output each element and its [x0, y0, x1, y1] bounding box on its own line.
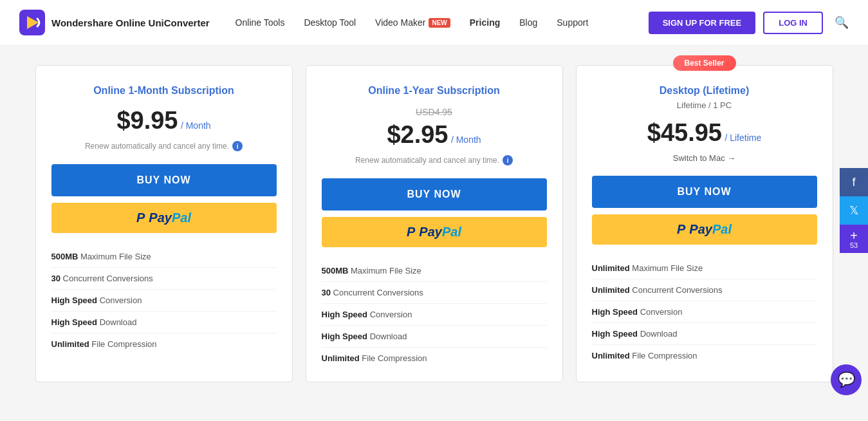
nav-online-tools[interactable]: Online Tools [235, 17, 285, 28]
nav-video-maker[interactable]: Video Maker NEW [375, 17, 450, 28]
price-amount: $45.95 [647, 119, 722, 146]
twitter-share-button[interactable]: 𝕏 [840, 196, 868, 225]
nav-desktop-tool[interactable]: Desktop Tool [304, 17, 356, 28]
logo-icon [19, 10, 45, 35]
info-icon[interactable]: i [503, 155, 513, 165]
info-icon[interactable]: i [232, 141, 243, 151]
share-button[interactable]: + 53 [840, 225, 868, 253]
header: Wondershare Online UniConverter Online T… [0, 0, 868, 46]
feature-item: Unlimited Concurrent Conversions [592, 279, 817, 301]
logo[interactable]: Wondershare Online UniConverter [19, 10, 210, 35]
main-content: Online 1-Month Subscription $9.95 / Mont… [16, 46, 853, 408]
pricing-card-desktop: Best SellerDesktop (Lifetime)Lifetime / … [576, 65, 833, 382]
feature-item: High Speed Conversion [592, 301, 817, 323]
nav-blog[interactable]: Blog [519, 17, 537, 28]
new-badge: NEW [429, 18, 450, 28]
paypal-button[interactable]: P PayPal [322, 217, 547, 247]
switch-mac-link[interactable]: Switch to Mac → [592, 153, 817, 163]
feature-item: 30 Concurrent Conversions [322, 282, 547, 304]
renew-note: Renew automatically and cancel any time.… [51, 141, 277, 151]
main-nav: Online Tools Desktop Tool Video Maker NE… [235, 17, 649, 28]
original-price: USD4.95 [322, 107, 547, 117]
plan-title: Desktop (Lifetime) [592, 85, 817, 97]
feature-item: High Speed Conversion [51, 290, 277, 312]
facebook-share-button[interactable]: f [840, 168, 868, 196]
plan-subtitle: Lifetime / 1 PC [592, 100, 817, 110]
login-button[interactable]: LOG IN [763, 12, 823, 34]
signup-button[interactable]: SIGN UP FOR FREE [649, 12, 756, 34]
pricing-grid: Online 1-Month Subscription $9.95 / Mont… [35, 65, 833, 382]
plan-title: Online 1-Year Subscription [322, 85, 547, 97]
nav-support[interactable]: Support [557, 17, 588, 28]
pricing-card-yearly: Online 1-Year SubscriptionUSD4.95 $2.95 … [306, 65, 563, 382]
logo-text: Wondershare Online UniConverter [51, 17, 210, 28]
price-row: $2.95 / Month [322, 121, 547, 149]
feature-item: High Speed Conversion [322, 304, 547, 326]
price-row: $45.95 / Lifetime [592, 119, 817, 147]
feature-item: Unlimited File Compression [51, 333, 277, 355]
feature-item: High Speed Download [51, 312, 277, 333]
paypal-button[interactable]: P PayPal [51, 203, 277, 233]
feature-item: High Speed Download [322, 326, 547, 348]
search-icon[interactable]: 🔍 [835, 15, 849, 30]
social-sidebar: f 𝕏 + 53 [840, 168, 868, 253]
price-period: / Lifetime [725, 133, 761, 143]
buy-now-button[interactable]: BUY NOW [592, 176, 817, 208]
chat-bubble[interactable]: 💬 [831, 364, 862, 395]
price-row: $9.95 / Month [51, 107, 277, 135]
feature-list: 500MB Maximum File Size 30 Concurrent Co… [322, 260, 547, 369]
price-amount: $2.95 [387, 121, 448, 148]
paypal-button[interactable]: P PayPal [592, 214, 817, 245]
feature-item: High Speed Download [592, 323, 817, 345]
renew-note: Renew automatically and cancel any time.… [322, 155, 547, 165]
feature-item: Unlimited Maximum File Size [592, 257, 817, 279]
feature-list: 500MB Maximum File Size 30 Concurrent Co… [51, 246, 277, 355]
price-period: / Month [181, 120, 211, 131]
feature-item: Unlimited File Compression [322, 348, 547, 369]
buy-now-button[interactable]: BUY NOW [322, 178, 547, 210]
price-period: / Month [451, 135, 481, 145]
nav-pricing[interactable]: Pricing [470, 17, 500, 28]
feature-item: 500MB Maximum File Size [322, 260, 547, 282]
feature-item: 30 Concurrent Conversions [51, 268, 277, 290]
price-amount: $9.95 [116, 107, 178, 134]
buy-now-button[interactable]: BUY NOW [51, 164, 277, 196]
header-actions: SIGN UP FOR FREE LOG IN 🔍 [649, 12, 849, 34]
pricing-card-monthly: Online 1-Month Subscription $9.95 / Mont… [35, 65, 293, 382]
feature-item: 500MB Maximum File Size [51, 246, 277, 268]
best-seller-badge: Best Seller [672, 55, 735, 71]
feature-list: Unlimited Maximum File Size Unlimited Co… [592, 257, 817, 366]
share-count: 53 [850, 242, 858, 249]
plan-title: Online 1-Month Subscription [51, 85, 277, 97]
feature-item: Unlimited File Compression [592, 345, 817, 366]
